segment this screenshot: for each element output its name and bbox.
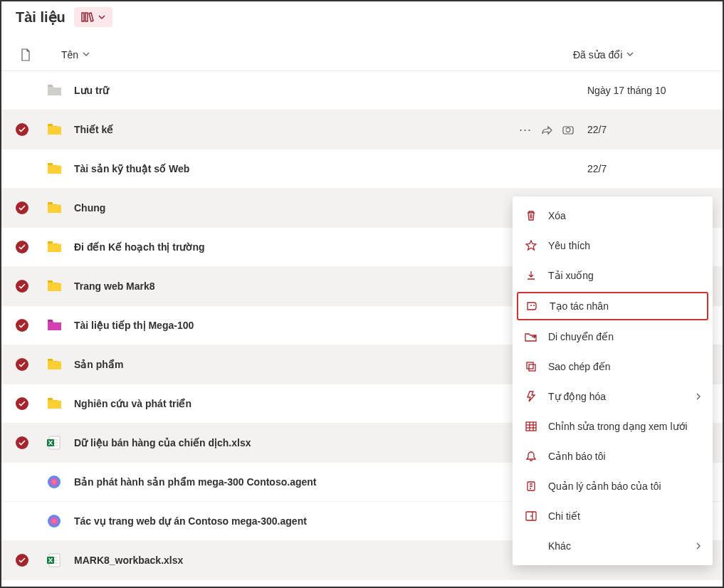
- row-checkbox[interactable]: [16, 358, 47, 371]
- checkmark-icon: [16, 123, 28, 136]
- row-checkbox[interactable]: [16, 319, 47, 332]
- context-menu-item[interactable]: Tải xuống: [513, 261, 713, 290]
- grid-icon: [524, 421, 538, 431]
- row-name[interactable]: Nghiên cứu và phát triển: [74, 398, 495, 409]
- row-thumbnail: [47, 240, 74, 254]
- checkmark-icon: [16, 436, 28, 449]
- context-menu-item[interactable]: Yêu thích: [513, 231, 713, 261]
- row-checkbox[interactable]: [16, 397, 47, 410]
- document-icon: [20, 48, 31, 61]
- context-menu-item[interactable]: Xóa: [513, 201, 713, 231]
- row-thumbnail: [47, 279, 74, 293]
- row-modified: 22/7: [587, 163, 708, 174]
- context-menu-item[interactable]: Tự động hóa: [513, 382, 713, 411]
- checkmark-icon: [16, 554, 28, 567]
- row-name[interactable]: Đi đến Kế hoạch thị trường: [74, 241, 495, 253]
- chevron-down-icon: [98, 14, 105, 20]
- context-menu-item[interactable]: Tạo tác nhân: [517, 292, 708, 320]
- context-menu-label: Chi tiết: [548, 510, 580, 522]
- move-icon: [524, 332, 538, 342]
- sync-icon[interactable]: [562, 124, 575, 135]
- row-thumbnail: [47, 436, 74, 450]
- column-modified-header[interactable]: Đã sửa đổi: [573, 49, 708, 61]
- row-name[interactable]: Bản phát hành sản phẩm mega-300 Contoso.…: [74, 476, 495, 488]
- download-icon: [524, 270, 538, 281]
- page-title: Tài liệu: [16, 9, 65, 26]
- checkmark-icon: [16, 280, 28, 293]
- row-thumbnail: [47, 514, 74, 528]
- bell-icon: [524, 451, 538, 462]
- row-thumbnail: [47, 318, 74, 332]
- row-thumbnail: [47, 553, 74, 567]
- header-bar: Tài liệu: [1, 1, 723, 38]
- chevron-down-icon: [626, 52, 634, 57]
- share-icon[interactable]: [540, 124, 553, 135]
- context-menu-label: Tự động hóa: [548, 391, 606, 402]
- context-menu-label: Quản lý cảnh báo của tôi: [548, 481, 661, 492]
- context-menu-label: Sao chép đến: [548, 361, 611, 372]
- context-menu-item[interactable]: Cảnh báo tôi: [513, 441, 713, 471]
- context-menu-item[interactable]: Quản lý cảnh báo của tôi: [513, 471, 713, 501]
- context-menu-item[interactable]: Sao chép đến: [513, 352, 713, 382]
- row-name[interactable]: Lưu trữ: [74, 85, 495, 96]
- checkmark-icon: [16, 358, 28, 371]
- checkmark-icon: [16, 201, 28, 214]
- chevron-right-icon: [696, 542, 701, 550]
- row-thumbnail: [47, 83, 74, 98]
- column-name-header[interactable]: Tên: [61, 49, 573, 61]
- context-menu-item[interactable]: Chỉnh sửa trong dạng xem lưới: [513, 411, 713, 441]
- row-name[interactable]: Tác vụ trang web dự án Contoso mega-300.…: [74, 515, 495, 527]
- column-icon-header: [16, 48, 61, 61]
- view-selector[interactable]: [74, 7, 112, 27]
- row-name[interactable]: Chung: [74, 202, 495, 214]
- row-thumbnail: [47, 162, 74, 176]
- checkmark-icon: [16, 397, 28, 410]
- context-menu-item[interactable]: Khác: [513, 531, 713, 561]
- context-menu-label: Di chuyển đến: [548, 331, 614, 342]
- agent-create-icon: [525, 300, 540, 312]
- row-name[interactable]: MARK8_workback.xlsx: [74, 555, 495, 566]
- row-checkbox[interactable]: [16, 554, 47, 567]
- row-name[interactable]: Thiết kế: [74, 124, 495, 135]
- checkmark-icon: [16, 319, 28, 332]
- column-name-label: Tên: [61, 49, 78, 61]
- context-menu-label: Xóa: [548, 210, 566, 221]
- row-name[interactable]: Sản phẩm: [74, 359, 495, 370]
- row-checkbox[interactable]: [16, 241, 47, 253]
- row-checkbox[interactable]: [16, 123, 47, 136]
- context-menu-label: Tạo tác nhân: [550, 300, 609, 312]
- row-checkbox[interactable]: [16, 201, 47, 214]
- row-thumbnail: [47, 357, 74, 372]
- context-menu-item[interactable]: Chi tiết: [513, 501, 713, 531]
- svg-rect-5: [529, 364, 535, 371]
- context-menu-label: Chỉnh sửa trong dạng xem lưới: [548, 421, 688, 432]
- context-menu-label: Cảnh báo tôi: [548, 451, 606, 462]
- row-modified: Ngày 17 tháng 10: [587, 85, 708, 96]
- checkmark-icon: [16, 241, 28, 253]
- row-thumbnail: [47, 475, 74, 489]
- row-checkbox[interactable]: [16, 280, 47, 293]
- svg-rect-6: [526, 422, 536, 431]
- context-menu-label: Tải xuống: [548, 270, 594, 281]
- file-row[interactable]: Thiết kế···22/7: [1, 110, 723, 149]
- context-menu-label: Khác: [548, 540, 571, 552]
- row-checkbox[interactable]: [16, 436, 47, 449]
- row-name[interactable]: Trang web Mark8: [74, 280, 495, 292]
- alert-manage-icon: [524, 481, 538, 492]
- column-modified-label: Đã sửa đổi: [573, 49, 622, 61]
- file-row[interactable]: Tài sản kỹ thuật số Web22/7: [1, 149, 723, 189]
- row-thumbnail: [47, 397, 74, 411]
- context-menu-label: Yêu thích: [548, 240, 590, 251]
- details-icon: [524, 511, 538, 521]
- star-icon: [524, 240, 538, 251]
- file-row[interactable]: Lưu trữNgày 17 tháng 10: [1, 71, 723, 110]
- row-name[interactable]: Tài sản kỹ thuật số Web: [74, 163, 495, 174]
- row-name[interactable]: Tài liệu tiếp thị Mega-100: [74, 320, 495, 331]
- more-icon[interactable]: ···: [519, 123, 532, 136]
- automate-icon: [524, 391, 538, 402]
- row-name[interactable]: Dữ liệu bán hàng của chiến dịch.xlsx: [74, 437, 495, 448]
- trash-icon: [524, 210, 538, 221]
- context-menu: XóaYêu thíchTải xuốngTạo tác nhânDi chuy…: [513, 196, 713, 565]
- context-menu-item[interactable]: Di chuyển đến: [513, 322, 713, 352]
- row-modified: 22/7: [587, 124, 708, 135]
